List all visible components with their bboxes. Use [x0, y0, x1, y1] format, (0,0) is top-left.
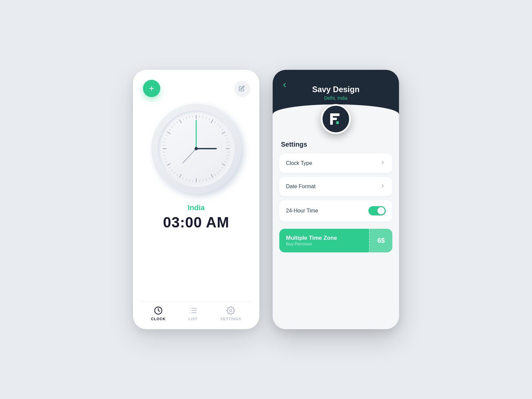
settings-nav-label: SETTINGS — [220, 317, 241, 321]
svg-line-10 — [222, 132, 225, 134]
profile-name: Savy Design — [312, 85, 360, 94]
svg-line-49 — [166, 135, 168, 136]
add-button[interactable]: + — [143, 80, 160, 97]
svg-line-37 — [174, 172, 175, 174]
svg-line-40 — [167, 164, 170, 165]
24hour-label: 24-Hour Time — [286, 208, 318, 214]
list-nav-icon — [189, 306, 198, 315]
clock-inner — [158, 110, 234, 187]
toggle-knob — [377, 207, 385, 214]
nav-item-clock[interactable]: CLOCK — [151, 306, 166, 321]
svg-line-2 — [203, 116, 203, 118]
svg-line-9 — [222, 129, 223, 130]
svg-line-6 — [215, 122, 216, 123]
svg-line-17 — [227, 155, 229, 156]
svg-line-42 — [165, 158, 166, 159]
svg-line-51 — [169, 129, 171, 130]
svg-line-18 — [226, 158, 228, 159]
clock-type-label: Clock Type — [286, 160, 312, 166]
edit-button[interactable] — [234, 81, 249, 96]
svg-line-50 — [167, 132, 170, 134]
svg-line-11 — [225, 135, 227, 136]
left-phone: + // Will be generated by JS below — [133, 70, 259, 329]
svg-line-19 — [225, 162, 227, 162]
clock-nav-icon — [154, 306, 163, 315]
clock-type-chevron — [380, 160, 386, 167]
svg-rect-71 — [336, 121, 339, 124]
svg-line-31 — [193, 180, 193, 182]
date-format-label: Date Format — [286, 184, 316, 190]
svg-line-4 — [209, 118, 210, 120]
profile-location: Delhi, India — [324, 95, 347, 101]
nav-item-settings[interactable]: SETTINGS — [220, 306, 241, 321]
svg-line-34 — [183, 178, 183, 179]
svg-line-53 — [174, 124, 175, 125]
svg-line-48 — [165, 138, 166, 139]
back-arrow-icon — [281, 81, 288, 89]
premium-banner[interactable]: Multiple Time Zone Buy Permium 6$ — [279, 229, 392, 252]
settings-nav-icon — [226, 306, 235, 315]
clock-face-svg — [158, 110, 234, 187]
second-hand — [183, 149, 196, 163]
clock-nav-label: CLOCK — [151, 317, 166, 321]
svg-line-23 — [217, 172, 218, 174]
svg-line-56 — [183, 118, 183, 120]
svg-rect-69 — [330, 113, 339, 116]
svg-line-38 — [172, 170, 173, 171]
svg-line-3 — [206, 117, 206, 119]
svg-line-39 — [169, 167, 171, 168]
bottom-nav: CLOCK LIST SETTINGS — [140, 301, 253, 323]
list-nav-label: LIST — [189, 317, 198, 321]
avatar — [321, 104, 351, 134]
settings-item-24hour[interactable]: 24-Hour Time — [279, 200, 392, 221]
clock-time: 03:00 AM — [163, 214, 229, 231]
24hour-toggle[interactable] — [368, 206, 386, 215]
svg-line-24 — [215, 174, 216, 176]
clock-outer: // Will be generated by JS below — [151, 104, 241, 194]
svg-line-57 — [186, 117, 187, 119]
logo-icon — [327, 110, 345, 128]
right-phone: Savy Design Delhi, India Settings Clock … — [273, 70, 399, 329]
svg-line-8 — [220, 126, 221, 127]
svg-line-55 — [180, 120, 181, 123]
svg-line-36 — [177, 174, 178, 176]
svg-line-12 — [226, 138, 228, 139]
svg-line-7 — [217, 124, 218, 125]
svg-line-43 — [164, 155, 165, 156]
svg-line-35 — [180, 175, 181, 178]
clock-container: // Will be generated by JS below — [151, 104, 241, 194]
svg-line-47 — [164, 142, 165, 142]
back-button[interactable] — [281, 81, 288, 90]
svg-line-46 — [163, 145, 165, 146]
svg-line-13 — [227, 142, 229, 142]
svg-line-5 — [211, 120, 213, 123]
svg-line-26 — [209, 178, 210, 179]
svg-point-67 — [230, 310, 232, 312]
premium-title: Multiple Time Zone — [286, 235, 337, 241]
svg-line-33 — [186, 179, 187, 180]
svg-line-52 — [172, 126, 173, 127]
svg-line-21 — [222, 167, 223, 168]
nav-item-list[interactable]: LIST — [189, 306, 198, 321]
svg-line-25 — [211, 175, 213, 178]
svg-line-20 — [222, 164, 225, 165]
svg-rect-70 — [330, 118, 337, 120]
settings-item-date-format[interactable]: Date Format — [279, 177, 392, 196]
svg-line-32 — [189, 180, 190, 181]
svg-line-27 — [206, 179, 206, 180]
svg-line-14 — [227, 145, 229, 146]
svg-line-44 — [163, 152, 165, 152]
clock-location: India — [188, 203, 204, 212]
avatar-float — [279, 104, 392, 134]
date-format-chevron — [380, 183, 386, 190]
svg-line-28 — [203, 180, 203, 181]
edit-icon — [239, 85, 245, 91]
settings-item-clock-type[interactable]: Clock Type — [279, 154, 392, 173]
svg-line-29 — [200, 180, 200, 182]
svg-line-22 — [220, 170, 221, 171]
left-phone-top-bar: + — [140, 80, 253, 97]
svg-line-41 — [166, 162, 168, 162]
svg-line-58 — [189, 116, 190, 118]
premium-text: Multiple Time Zone Buy Permium — [286, 235, 337, 246]
premium-price: 6$ — [369, 229, 392, 252]
